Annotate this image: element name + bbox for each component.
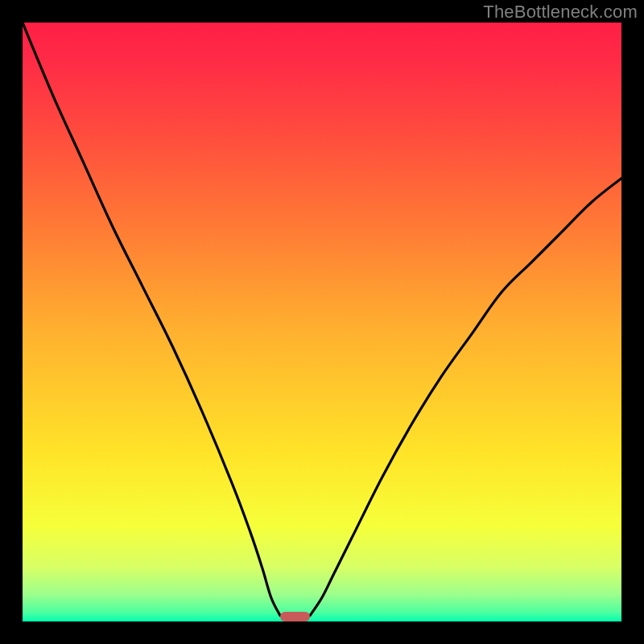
curve-left-arm (23, 23, 280, 616)
chart-frame: TheBottleneck.com (0, 0, 644, 644)
target-marker (280, 612, 310, 621)
watermark-text: TheBottleneck.com (483, 2, 638, 23)
plot-area (23, 23, 621, 621)
curve-right-arm (310, 178, 621, 615)
bottleneck-curve (23, 23, 621, 621)
